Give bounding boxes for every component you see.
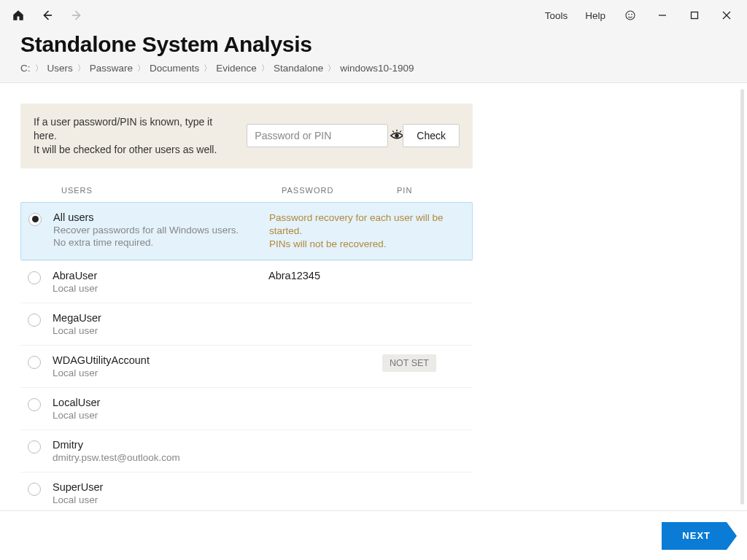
breadcrumb-separator-icon: 〉 — [328, 63, 336, 74]
svg-line-11 — [392, 131, 394, 133]
reveal-password-icon[interactable] — [390, 125, 404, 147]
table-row[interactable]: MegaUserLocal user — [20, 303, 473, 345]
user-subtitle: dmitry.psw.test@outlook.com — [53, 452, 268, 463]
user-subtitle: Local user — [53, 410, 268, 421]
col-header-pin: PIN — [397, 186, 473, 195]
menu-tools[interactable]: Tools — [536, 6, 577, 26]
hint-text: If a user password/PIN is known, type it… — [34, 115, 232, 157]
breadcrumb-segment[interactable]: Evidence — [216, 63, 257, 74]
not-set-badge: NOT SET — [382, 354, 436, 372]
breadcrumb-segment[interactable]: windows10-1909 — [340, 63, 414, 74]
radio-user[interactable] — [28, 440, 41, 454]
breadcrumb-segment[interactable]: Users — [47, 63, 73, 74]
radio-user[interactable] — [28, 483, 41, 496]
feedback-icon[interactable] — [614, 4, 646, 26]
svg-point-2 — [626, 11, 635, 20]
footer: NEXT — [0, 510, 747, 560]
password-cell: Abra12345 — [268, 270, 382, 281]
scrollbar[interactable] — [740, 89, 744, 505]
password-input[interactable] — [247, 130, 390, 141]
forward-button[interactable] — [63, 4, 90, 26]
user-name: AbraUser — [53, 270, 268, 281]
radio-user[interactable] — [28, 314, 41, 327]
content: If a user password/PIN is known, type it… — [0, 83, 747, 510]
menu-help[interactable]: Help — [576, 6, 614, 26]
col-header-users: USERS — [61, 186, 282, 195]
user-name: LocalUser — [53, 397, 268, 408]
user-name: Dmitry — [53, 439, 268, 451]
table-row[interactable]: LocalUserLocal user — [20, 387, 473, 429]
page-title: Standalone System Analysis — [20, 32, 727, 57]
breadcrumb-segment[interactable]: Documents — [150, 63, 199, 74]
table-row[interactable]: AbraUserLocal userAbra12345 — [20, 260, 473, 303]
home-button[interactable] — [4, 4, 32, 26]
radio-user[interactable] — [28, 271, 41, 284]
breadcrumb-segment[interactable]: C: — [20, 63, 31, 74]
password-hint-box: If a user password/PIN is known, type it… — [20, 104, 473, 168]
titlebar: Tools Help — [0, 0, 747, 31]
col-header-password: PASSWORD — [282, 186, 397, 195]
radio-user[interactable] — [28, 356, 41, 369]
table-row[interactable]: Dmitrydmitry.psw.test@outlook.com — [20, 429, 473, 472]
maximize-button[interactable] — [678, 4, 711, 26]
table-header: USERS PASSWORD PIN — [20, 179, 473, 202]
pin-cell: NOT SET — [382, 354, 467, 372]
user-name: MegaUser — [53, 312, 268, 324]
next-button[interactable]: NEXT — [662, 522, 727, 550]
breadcrumb-separator-icon: 〉 — [35, 63, 43, 74]
radio-all-users[interactable] — [28, 213, 42, 226]
user-name: SuperUser — [53, 481, 268, 493]
table-row[interactable]: SuperUserLocal user — [20, 472, 473, 510]
user-subtitle: Local user — [53, 325, 268, 336]
user-subtitle: Local user — [53, 494, 268, 505]
svg-point-3 — [628, 14, 630, 15]
back-button[interactable] — [34, 4, 61, 26]
svg-point-4 — [631, 14, 632, 15]
table-row[interactable]: WDAGUtilityAccountLocal userNOT SET — [20, 345, 473, 387]
breadcrumb-separator-icon: 〉 — [204, 63, 212, 74]
user-subtitle: Local user — [53, 283, 268, 294]
breadcrumb-separator-icon: 〉 — [137, 63, 145, 74]
users-table: USERS PASSWORD PIN All users Recover pas… — [20, 179, 473, 510]
svg-line-12 — [400, 131, 401, 133]
header: Standalone System Analysis C:〉Users〉Pass… — [0, 31, 747, 83]
breadcrumb-segment[interactable]: Standalone — [274, 63, 323, 74]
breadcrumb-segment[interactable]: Passware — [90, 63, 133, 74]
check-button[interactable]: Check — [403, 124, 460, 147]
user-subtitle: Local user — [53, 368, 268, 378]
all-users-sub1: Recover passwords for all Windows users. — [53, 225, 269, 236]
all-users-note2: PINs will not be recovered. — [269, 238, 466, 251]
password-input-wrap — [247, 124, 388, 147]
breadcrumb: C:〉Users〉Passware〉Documents〉Evidence〉Sta… — [20, 63, 727, 74]
minimize-button[interactable] — [646, 4, 678, 26]
all-users-note1: Password recovery for each user will be … — [269, 211, 466, 238]
breadcrumb-separator-icon: 〉 — [261, 63, 269, 74]
all-users-sub2: No extra time required. — [53, 237, 269, 248]
svg-point-9 — [395, 134, 399, 138]
all-users-title: All users — [53, 211, 269, 223]
svg-rect-6 — [692, 12, 698, 19]
row-all-users[interactable]: All users Recover passwords for all Wind… — [20, 202, 473, 261]
breadcrumb-separator-icon: 〉 — [77, 63, 85, 74]
user-name: WDAGUtilityAccount — [53, 354, 268, 366]
radio-user[interactable] — [28, 398, 41, 411]
close-button[interactable] — [711, 4, 743, 26]
